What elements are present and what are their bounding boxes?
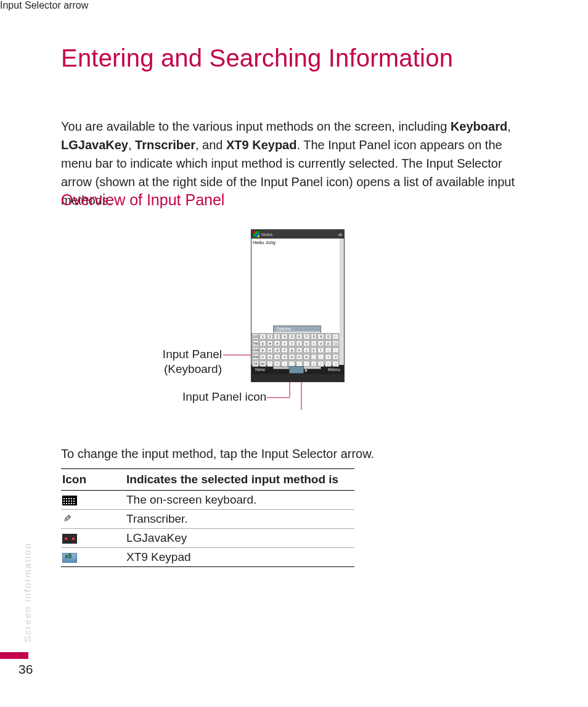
key: y [296,340,303,346]
key: f [281,347,288,353]
key: u [303,340,310,346]
menu-options: Options… [274,326,321,332]
th-desc: Indicates the selected input method is [125,469,354,491]
key: x [267,354,274,360]
key: . [317,354,324,360]
key: 3 [274,333,280,340]
key: ` [267,361,274,367]
key: c [274,354,280,360]
key: h [296,347,303,353]
device-app-name: Notes [261,232,272,237]
key: Shift [252,354,259,360]
callout-input-selector-arrow: Input Selector arrow [0,0,588,11]
row-desc: LGJavaKey [125,529,354,548]
key: áü [259,361,266,367]
key: g [288,347,295,353]
key: w [267,340,274,346]
key: o [317,340,324,346]
key: ; [325,347,332,353]
key: d [274,347,280,353]
key: 5 [288,333,295,340]
callout-input-panel-icon: Input Panel icon [182,390,266,404]
xt9-icon [62,553,77,563]
device-note-text: Hello Johy [253,240,276,245]
key [303,361,310,367]
th-icon: Icon [61,469,125,491]
key: b [288,354,295,360]
key: r [281,340,288,346]
kw-lgjavakey: LGJavaKey [61,138,128,152]
kw-keyboard: Keyboard [451,120,507,133]
key: / [325,354,332,360]
callout-input-panel: Input Panel (Keyboard) [159,347,222,377]
key: ' [332,347,339,353]
key: ← [332,333,339,340]
key: ↑ [317,361,324,367]
intro-text: You are available to the various input m… [61,120,451,133]
input-icon-table: Icon Indicates the selected input method… [61,468,354,567]
key: 7 [303,333,310,340]
page-title: Entering and Searching Information [61,44,453,72]
key: l [317,347,324,353]
section-overview: Overview of Input Panel [61,191,224,209]
key: a [259,347,266,353]
key: ↵ [332,354,339,360]
key: CAP [252,347,259,353]
key: → [332,361,339,367]
kw-trnscriber: Trnscriber [135,138,195,152]
key: j [303,347,310,353]
change-method-text: To change the input method, tap the Inpu… [61,447,374,461]
key: Tab [252,340,259,346]
lgjavakey-icon [62,534,77,544]
key: 4 [281,333,288,340]
side-section-label: Screen information [22,542,33,642]
key: [ ] [332,340,339,346]
device-keyboard: 1231234567890←Tabqwertyuiop[ ]CAPasdfghj… [251,333,340,365]
device-sys: ok [338,232,342,237]
key: e [274,340,280,346]
key: 1 [259,333,266,340]
sidebar-accent [0,652,28,659]
row-desc: Transcriber. [125,510,354,529]
key: t [288,340,295,346]
start-icon [253,231,259,237]
kw-xt9: XT9 Keypad [226,138,296,152]
softkey-menu: Menu [328,367,340,372]
key: 2 [267,333,274,340]
input-panel-icon [289,366,304,374]
key: p [325,340,332,346]
key: s [267,347,274,353]
key: n [296,354,303,360]
page-number: 36 [18,662,33,677]
row-desc: XT9 Keypad [125,548,354,567]
key: \ [274,361,280,367]
transcriber-icon [62,515,77,525]
keyboard-icon [62,496,77,505]
key: m [303,354,310,360]
key: 6 [296,333,303,340]
key: 123 [252,333,259,340]
device-screenshot: Notes ok Hello Johy Options… Block Recog… [251,229,345,382]
key: ← [325,361,332,367]
key: v [281,354,288,360]
row-desc: The on-screen keyboard. [125,491,354,510]
key: k [311,347,317,353]
key: z [259,354,266,360]
device-canvas: Hello Johy Options… Block Recognizer Key… [251,239,344,365]
key: 9 [317,333,324,340]
key: , [311,354,317,360]
key: i [311,340,317,346]
key: ↓ [311,361,317,367]
key: 8 [311,333,317,340]
key: 0 [325,333,332,340]
key: Ctl [252,361,259,367]
softkey-new: New [255,367,265,372]
key [281,361,288,367]
key: q [259,340,266,346]
device-titlebar: Notes ok [251,230,344,239]
